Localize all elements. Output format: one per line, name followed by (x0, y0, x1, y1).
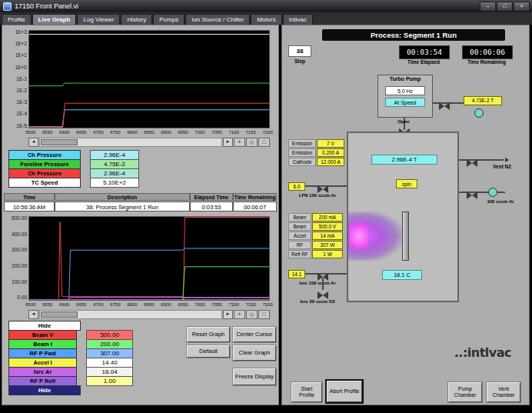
window-title: 17150 Front Panel.vi (15, 2, 78, 10)
foreline-valve-icon[interactable] (439, 99, 450, 107)
emission-readouts: Emission7 VEmission0.200 ACathode12.000 … (288, 139, 347, 167)
tab-motors[interactable]: Motors (251, 14, 281, 25)
vent-n2-valve-icon[interactable] (467, 156, 477, 164)
pressure-graph-legend: Ch Pressure2.96E-4Foreline Pressure4.75E… (2, 150, 156, 188)
close-button[interactable]: × (514, 2, 530, 12)
pan-tool-icon[interactable]: ◇ (246, 138, 258, 147)
beam-readouts: Beam200 mABeam500.0 VAccel14 mARF307 WRe… (288, 213, 347, 259)
level-legend-value: 1.00 (86, 376, 133, 386)
isrc-ar-label: Isrc 100 sccm Ar (285, 281, 350, 285)
y-axis-tick: 0.00 (17, 295, 27, 301)
center-cursor-button[interactable]: Center Cursor (233, 327, 276, 342)
reset-graph-button[interactable]: Reset Graph (187, 327, 230, 342)
scroll-thumb[interactable] (41, 139, 78, 145)
x-axis-tick: 7200 (262, 130, 272, 136)
tab-live-graph[interactable]: Live Graph (32, 14, 77, 25)
scroll-left-icon[interactable]: ◄ (28, 138, 38, 147)
turbo-pump-box: Turbo Pump 5.0 Hz At Speed (377, 75, 433, 118)
minimize-button[interactable]: – (480, 2, 496, 12)
isrc-o2-valve-icon[interactable] (318, 288, 328, 296)
scroll-left-icon[interactable]: ◄ (28, 310, 38, 319)
vent-chamber-button[interactable]: Vent Chamber (487, 382, 520, 402)
series-rf-p-fwd (29, 248, 269, 300)
gate-valve-state-label: Open (388, 119, 419, 124)
x-axis-tick: 6700 (93, 302, 103, 308)
abort-profile-button[interactable]: Abort Profile (327, 381, 362, 402)
pressure-legend-value: 5.10E+2 (90, 178, 139, 188)
tab-history[interactable]: History (121, 14, 152, 25)
spin-indicator[interactable]: spin (396, 179, 417, 188)
x-axis-tick: 6950 (178, 302, 188, 308)
x-axis-tick: 7150 (245, 302, 255, 308)
process-title: Process: Segment 1 Run (322, 29, 505, 41)
ion-beam-core (350, 219, 368, 253)
tab-log-viewer[interactable]: Log Viewer (77, 14, 120, 25)
pressure-graph-plot[interactable] (28, 30, 270, 128)
y-axis-tick: 1E+2 (15, 42, 27, 47)
beam-row: Accel14 mA (288, 231, 347, 240)
scroll-thumb[interactable] (41, 311, 78, 318)
zoom-tool-icon[interactable]: + (234, 138, 245, 147)
level-legend-row: RF P Refl1.00 (8, 377, 133, 385)
cursor-tool-icon[interactable]: □ (258, 310, 270, 319)
x-axis-tick: 6500 (25, 130, 35, 136)
foreline-pressure-readout: 4.73E-2 T (464, 96, 502, 105)
pressure-legend-plot-label[interactable]: TC Speed (8, 178, 81, 188)
lfn-valve-icon[interactable] (318, 182, 328, 190)
ar-valve-icon[interactable] (467, 188, 477, 196)
process-diagram-panel: Process: Segment 1 Run 38 Step 00:03:54 … (281, 25, 530, 405)
pump-chamber-button[interactable]: Pump Chamber (448, 382, 482, 402)
scroll-right-icon[interactable]: ► (223, 138, 233, 147)
y-axis-tick: 1E-4 (16, 112, 27, 117)
scroll-track[interactable] (39, 138, 222, 147)
x-axis-tick: 6600 (59, 130, 69, 136)
pressure-graph-x-axis: 6500655066006650670067506800685069006950… (25, 130, 273, 136)
ar-pipe (459, 192, 505, 193)
status-remaining: 00:06:07 (233, 202, 277, 211)
start-profile-button[interactable]: Start Profile (291, 382, 322, 402)
emission-row: Cathode12.000 A (288, 158, 347, 166)
scroll-track[interactable] (39, 310, 222, 319)
series-ch-pressure-cc (29, 110, 269, 127)
y-axis-tick: 1E+1 (15, 53, 27, 58)
y-axis-tick: 500.00 (12, 216, 27, 221)
tab-pumps[interactable]: Pumps (153, 14, 185, 25)
lfn-setpoint[interactable]: 6.0 (288, 182, 305, 191)
app-icon (3, 2, 12, 11)
zoom-tool-icon[interactable]: + (234, 310, 245, 319)
clear-graph-button[interactable]: Clear Graph (233, 345, 276, 361)
isrc-setpoint[interactable]: 14.1 (288, 270, 305, 278)
x-axis-tick: 6950 (178, 130, 188, 136)
tab-ion-source-chiller[interactable]: Ion Source / Chiller (185, 14, 250, 25)
level-graph-plot[interactable] (28, 216, 270, 301)
freeze-display-button[interactable]: Freeze Display (233, 368, 276, 385)
intlvac-logo: ..:intlvac (434, 345, 511, 362)
cursor-tool-icon[interactable]: □ (258, 138, 270, 147)
tab-bar: ProfileLive GraphLog ViewerHistoryPumpsI… (0, 12, 532, 25)
x-axis-tick: 6700 (93, 130, 103, 136)
emission-value: 7 V (317, 139, 344, 148)
x-axis-tick: 7200 (262, 302, 272, 308)
level-legend-plot-label[interactable]: Hide (8, 385, 81, 395)
graphs-panel: 1E+31E+21E+11E+01E-11E-21E-31E-41E-5 650… (2, 25, 279, 405)
substrate-plate (402, 211, 409, 261)
vacuum-chamber: 2.96E-4 T spin 18.1 C (347, 132, 459, 302)
maximize-button[interactable]: □ (497, 2, 513, 12)
lfn-label: LFN 100 sccm Ar (285, 193, 350, 198)
series-beam-v (29, 218, 269, 300)
tab-intlvac[interactable]: Intlvac (283, 14, 313, 25)
level-legend-row: Isrc Ar16.04 (8, 368, 133, 376)
pan-tool-icon[interactable]: ◇ (246, 310, 258, 319)
tab-profile[interactable]: Profile (2, 14, 32, 25)
emission-label: Emission (288, 139, 316, 148)
emission-row: Emission7 V (288, 139, 347, 148)
y-axis-tick: 1E-2 (16, 88, 27, 94)
default-button[interactable]: Default (187, 345, 230, 358)
emission-value: 12.000 A (317, 158, 344, 166)
scroll-right-icon[interactable]: ► (223, 310, 233, 319)
vent-n2-arrow-icon (505, 158, 509, 162)
isrc-o2-label: Isrc 20 sccm O2 (285, 299, 350, 304)
level-graph-scrollbar: ◄ ► + ◇ □ (28, 310, 270, 318)
isrc-ar-valve-icon[interactable] (318, 270, 328, 278)
window-titlebar[interactable]: 17150 Front Panel.vi – □ × (0, 0, 532, 12)
